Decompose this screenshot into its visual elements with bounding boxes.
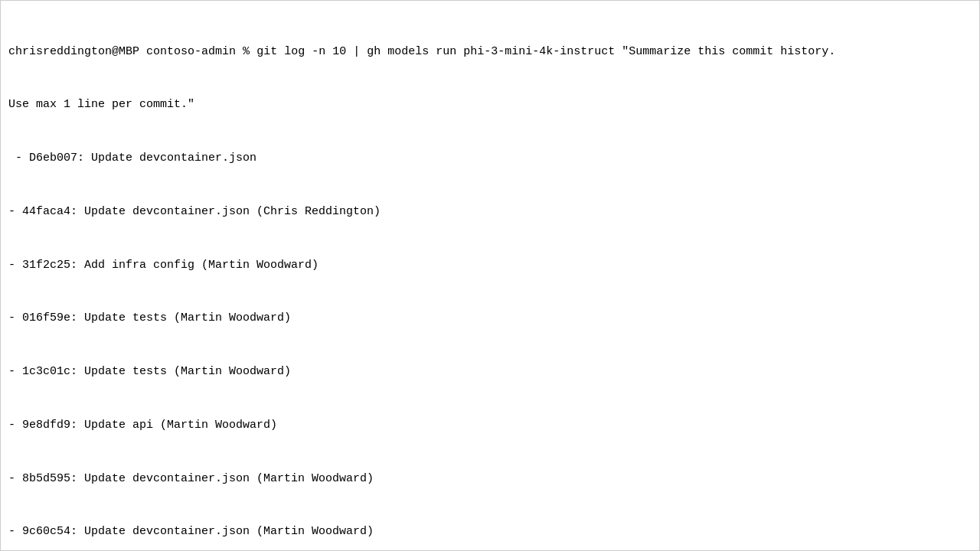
- output-line-7: - 8b5d595: Update devcontainer.json (Mar…: [8, 470, 972, 487]
- command-line-1: chrisreddington@MBP contoso-admin % git …: [8, 43, 972, 60]
- command-line-2: Use max 1 line per commit.": [8, 96, 972, 113]
- terminal-body[interactable]: chrisreddington@MBP contoso-admin % git …: [1, 1, 979, 551]
- prompt-dir: contoso-admin: [146, 45, 236, 58]
- command-text-2: Use max 1 line per commit.": [8, 98, 194, 111]
- output-line-1: - D6eb007: Update devcontainer.json: [8, 149, 972, 167]
- output-line-8: - 9c60c54: Update devcontainer.json (Mar…: [8, 523, 972, 540]
- output-line-2: - 44faca4: Update devcontainer.json (Chr…: [8, 203, 972, 220]
- terminal-window: chrisreddington@MBP contoso-admin % git …: [0, 0, 980, 551]
- prompt-user: chrisreddington@MBP: [8, 45, 139, 58]
- command-text-1: git log -n 10 | gh models run phi-3-mini…: [256, 45, 835, 58]
- output-line-3: - 31f2c25: Add infra config (Martin Wood…: [8, 256, 972, 274]
- output-line-5: - 1c3c01c: Update tests (Martin Woodward…: [8, 363, 972, 380]
- prompt-symbol: %: [243, 45, 250, 58]
- output-line-6: - 9e8dfd9: Update api (Martin Woodward): [8, 416, 972, 434]
- output-line-4: - 016f59e: Update tests (Martin Woodward…: [8, 309, 972, 327]
